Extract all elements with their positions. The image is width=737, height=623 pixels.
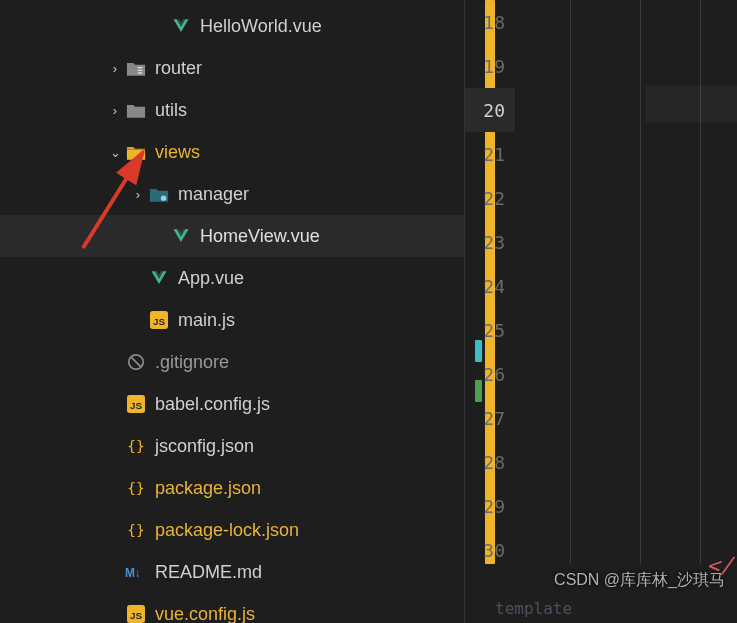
tree-item-homeview-vue[interactable]: ›HomeView.vue — [0, 215, 464, 257]
tree-item-label: package.json — [155, 478, 261, 499]
tree-item-router[interactable]: ›router — [0, 47, 464, 89]
tree-item-label: utils — [155, 100, 187, 121]
tree-item-label: manager — [178, 184, 249, 205]
tree-item-label: babel.config.js — [155, 394, 270, 415]
tree-item-label: router — [155, 58, 202, 79]
folder-manager-icon — [148, 183, 170, 205]
line-number[interactable]: 24 — [465, 264, 515, 308]
tree-item-views[interactable]: ⌄views — [0, 131, 464, 173]
svg-text:JS: JS — [153, 316, 165, 327]
line-number[interactable]: 22 — [465, 176, 515, 220]
tree-item--gitignore[interactable]: ›.gitignore — [0, 341, 464, 383]
svg-point-1 — [161, 195, 166, 200]
tree-item-label: HomeView.vue — [200, 226, 320, 247]
tree-item-label: vue.config.js — [155, 604, 255, 624]
line-number[interactable]: 20 — [465, 88, 515, 132]
minimap-viewport[interactable] — [645, 85, 737, 123]
svg-text:M↓: M↓ — [125, 566, 141, 580]
svg-text:{}: {} — [127, 480, 144, 496]
chevron-right-icon[interactable]: › — [105, 103, 125, 118]
chevron-right-icon[interactable]: › — [105, 61, 125, 76]
tree-item-label: package-lock.json — [155, 520, 299, 541]
tree-item-jsconfig-json[interactable]: ›{}jsconfig.json — [0, 425, 464, 467]
vue-icon — [170, 225, 192, 247]
tree-item-readme-md[interactable]: ›M↓README.md — [0, 551, 464, 593]
tree-item-label: README.md — [155, 562, 262, 583]
js-icon: JS — [125, 603, 147, 623]
tree-item-label: jsconfig.json — [155, 436, 254, 457]
line-number[interactable]: 27 — [465, 396, 515, 440]
tree-item-vue-config-js[interactable]: ›JSvue.config.js — [0, 593, 464, 623]
svg-text:JS: JS — [130, 400, 142, 411]
json-icon: {} — [125, 519, 147, 541]
line-number[interactable]: 21 — [465, 132, 515, 176]
watermark: CSDN @库库林_沙琪马 — [554, 570, 725, 591]
svg-text:{}: {} — [127, 438, 144, 454]
line-number[interactable]: 19 — [465, 44, 515, 88]
line-number[interactable]: 18 — [465, 0, 515, 44]
folder-utils-icon — [125, 99, 147, 121]
tree-item-label: .gitignore — [155, 352, 229, 373]
line-number[interactable]: 29 — [465, 484, 515, 528]
md-icon: M↓ — [125, 561, 147, 583]
breadcrumb-hint: template — [465, 593, 737, 623]
tree-item-label: HelloWorld.vue — [200, 16, 322, 37]
svg-text:JS: JS — [130, 610, 142, 621]
json-icon: {} — [125, 477, 147, 499]
tree-item-label: App.vue — [178, 268, 244, 289]
editor-area[interactable]: 18192021222324252627282930 </ — [465, 0, 737, 623]
line-number-gutter[interactable]: 18192021222324252627282930 — [465, 0, 515, 623]
tree-item-label: views — [155, 142, 200, 163]
chevron-right-icon[interactable]: › — [128, 187, 148, 202]
line-number[interactable]: 30 — [465, 528, 515, 572]
tree-item-app-vue[interactable]: ›App.vue — [0, 257, 464, 299]
tree-item-manager[interactable]: ›manager — [0, 173, 464, 215]
json-icon: {} — [125, 435, 147, 457]
chevron-down-icon[interactable]: ⌄ — [105, 145, 125, 160]
vue-icon — [148, 267, 170, 289]
line-number[interactable]: 28 — [465, 440, 515, 484]
folder-router-icon — [125, 57, 147, 79]
folder-views-icon — [125, 141, 147, 163]
tree-item-babel-config-js[interactable]: ›JSbabel.config.js — [0, 383, 464, 425]
tree-item-package-lock-json[interactable]: ›{}package-lock.json — [0, 509, 464, 551]
tree-item-main-js[interactable]: ›JSmain.js — [0, 299, 464, 341]
file-explorer-sidebar[interactable]: ›HelloWorld.vue›router›utils⌄views›manag… — [0, 0, 465, 623]
tree-item-utils[interactable]: ›utils — [0, 89, 464, 131]
tree-item-package-json[interactable]: ›{}package.json — [0, 467, 464, 509]
line-number[interactable]: 26 — [465, 352, 515, 396]
js-icon: JS — [125, 393, 147, 415]
gitignore-icon — [125, 351, 147, 373]
svg-point-0 — [138, 153, 143, 158]
line-number[interactable]: 23 — [465, 220, 515, 264]
tree-item-helloworld-vue[interactable]: ›HelloWorld.vue — [0, 5, 464, 47]
vue-icon — [170, 15, 192, 37]
line-number[interactable]: 25 — [465, 308, 515, 352]
svg-text:{}: {} — [127, 522, 144, 538]
tree-item-label: main.js — [178, 310, 235, 331]
svg-line-5 — [131, 357, 141, 367]
js-icon: JS — [148, 309, 170, 331]
